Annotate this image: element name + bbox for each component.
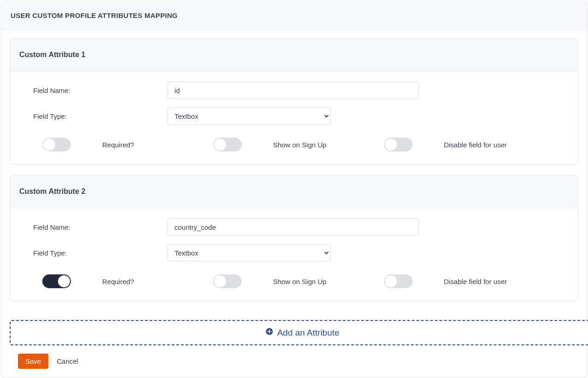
attribute-card-body: Field Name: Field Type: Textbox Required… — [10, 71, 578, 164]
field-name-input[interactable] — [168, 218, 419, 236]
actions-row: Save Cancel — [1, 354, 587, 377]
add-attribute-button[interactable]: Add an Attribute — [10, 320, 588, 345]
attribute-card-title: Custom Attribute 2 — [19, 187, 569, 196]
field-type-row: Field Type: Textbox — [33, 107, 555, 125]
add-attribute-label: Add an Attribute — [277, 328, 339, 338]
save-button[interactable]: Save — [18, 354, 48, 369]
toggles-row: Required? Show on Sign Up Disable field … — [33, 274, 555, 288]
show-signup-toggle-group: Show on Sign Up — [213, 138, 384, 151]
required-label: Required? — [102, 141, 134, 149]
attribute-card-1: Custom Attribute 1 Field Name: Field Typ… — [10, 38, 578, 165]
required-toggle-group: Required? — [42, 138, 213, 151]
attribute-card-header: Custom Attribute 2 — [10, 175, 578, 208]
disable-label: Disable field for user — [444, 141, 507, 149]
field-type-select[interactable]: Textbox — [168, 244, 331, 262]
toggles-row: Required? Show on Sign Up Disable field … — [33, 138, 555, 151]
disable-toggle-group: Disable field for user — [384, 274, 555, 288]
field-type-select[interactable]: Textbox — [168, 107, 331, 125]
disable-toggle[interactable] — [384, 274, 413, 288]
field-type-label: Field Type: — [33, 112, 168, 120]
show-signup-toggle-group: Show on Sign Up — [213, 274, 384, 288]
disable-label: Disable field for user — [444, 278, 507, 285]
attribute-card-header: Custom Attribute 1 — [10, 39, 578, 71]
field-name-row: Field Name: — [33, 218, 555, 236]
field-type-row: Field Type: Textbox — [33, 244, 555, 262]
field-type-label: Field Type: — [33, 249, 168, 257]
custom-attributes-panel: USER CUSTOM PROFILE ATTRIBUTES MAPPING C… — [1, 1, 587, 378]
required-toggle[interactable] — [42, 138, 71, 151]
show-signup-label: Show on Sign Up — [273, 141, 326, 149]
attribute-card-title: Custom Attribute 1 — [19, 51, 569, 59]
attribute-card-2: Custom Attribute 2 Field Name: Field Typ… — [10, 175, 578, 302]
svg-rect-2 — [267, 331, 271, 332]
required-toggle-group: Required? — [42, 274, 213, 288]
field-name-input[interactable] — [168, 81, 419, 99]
panel-title: USER CUSTOM PROFILE ATTRIBUTES MAPPING — [11, 12, 577, 19]
panel-header: USER CUSTOM PROFILE ATTRIBUTES MAPPING — [1, 1, 587, 30]
show-signup-toggle[interactable] — [213, 138, 242, 151]
plus-circle-icon — [265, 327, 274, 338]
disable-toggle-group: Disable field for user — [384, 138, 555, 151]
attribute-card-body: Field Name: Field Type: Textbox Required… — [10, 208, 578, 301]
cancel-button[interactable]: Cancel — [57, 357, 78, 365]
disable-toggle[interactable] — [384, 138, 413, 151]
show-signup-toggle[interactable] — [213, 274, 242, 288]
required-label: Required? — [102, 278, 134, 285]
field-name-label: Field Name: — [33, 223, 168, 231]
field-name-row: Field Name: — [33, 81, 555, 99]
field-name-label: Field Name: — [33, 87, 168, 94]
panel-body: Custom Attribute 1 Field Name: Field Typ… — [1, 30, 587, 320]
show-signup-label: Show on Sign Up — [273, 278, 326, 285]
required-toggle[interactable] — [42, 274, 71, 288]
